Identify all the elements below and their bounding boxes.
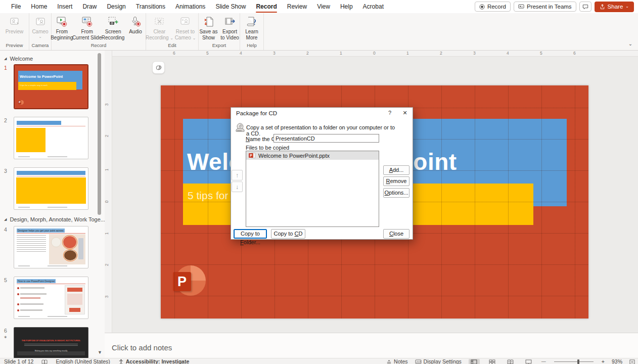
ribbon-group-label-help: Help [240,42,263,50]
slideshow-view-button[interactable] [523,359,534,364]
notes-placeholder[interactable]: Click to add notes [112,343,172,352]
cameo-icon: P [34,16,47,28]
screen-recording-button[interactable]: ScreenRecording [102,15,124,40]
dialog-help-button[interactable]: ? [382,108,397,118]
reset-cameo-dropdown-icon: ⌄ [193,36,196,40]
accessibility-status[interactable]: Accessibility: Investigate [118,358,189,364]
section-collapse-icon: ◢ [4,217,7,221]
section-header-design[interactable]: ◢ Design, Morph, Annotate, Work Toge... [4,216,105,222]
designer-copilot-button[interactable] [152,61,165,74]
ribbon-group-label-edit: Edit [146,42,198,50]
from-beginning-button[interactable]: FromBeginning [52,15,72,40]
ribbon-group-preview: Preview Preview [0,13,29,50]
save-as-show-button[interactable]: Save asShow [199,15,219,40]
file-list-item[interactable]: P Welcome to PowerPoint.pptx [246,151,379,160]
cameo-button[interactable]: P Cameo ⌄ [30,15,51,39]
move-up-button[interactable]: ↑ [232,170,243,180]
present-in-teams-button[interactable]: Present in Teams [514,2,576,12]
menu-file[interactable]: File [6,1,26,13]
display-settings-button[interactable]: Display Settings [415,358,462,364]
close-button[interactable]: Close [383,229,409,239]
menu-insert[interactable]: Insert [52,1,77,13]
menu-draw[interactable]: Draw [77,1,102,13]
slide-sorter-view-button[interactable] [487,359,498,364]
package-for-cd-dialog: Package for CD ? ✕ Copy a set of present… [231,107,413,240]
slide-5-number: 5 [4,277,7,283]
normal-view-button[interactable] [469,359,480,364]
from-current-slide-button[interactable]: FromCurrent Slide [73,15,101,40]
preview-button[interactable]: Preview [3,15,27,35]
cameo-dropdown-icon: ⌄ [38,35,42,39]
section-collapse-icon: ◢ [4,57,7,61]
notes-pane[interactable]: Click to add notes [105,333,638,358]
animation-star-icon: ✶ [4,335,8,340]
dialog-title: Package for CD [231,110,277,116]
share-icon [600,4,605,10]
collapse-ribbon-icon[interactable]: ⌄ [626,41,635,49]
move-down-button[interactable]: ↓ [232,181,243,192]
menu-review[interactable]: Review [282,1,312,13]
teams-screen-icon [518,4,524,10]
slide-4-thumbnail[interactable]: Designer helps you get your point across [14,226,88,268]
slide-5-thumbnail[interactable]: How to use PowerPoint Designer [14,277,88,319]
menu-help[interactable]: Help [335,1,358,13]
options-button[interactable]: Options... [383,188,409,198]
copy-to-cd-button[interactable]: Copy to CD [271,229,305,239]
section-header-welcome[interactable]: ◢ Welcome [4,56,33,62]
dialog-close-icon[interactable]: ✕ [397,108,413,118]
comments-button[interactable] [579,2,591,12]
menu-slide-show[interactable]: Slide Show [210,1,251,13]
powerpoint-logo[interactable]: P [175,265,206,296]
ribbon: Preview Preview P Cameo ⌄ Camera [0,13,638,51]
notes-toggle-button[interactable]: Notes [386,358,407,364]
copy-to-folder-button[interactable]: Copy to Folder... [234,229,267,239]
fit-to-window-button[interactable] [629,359,635,364]
slide-6-thumbnail[interactable]: THE PURPOSE OF VISUALIZATION, IS INSIGHT… [14,327,88,358]
zoom-slider[interactable] [554,361,594,362]
add-button[interactable]: Add... [383,165,409,175]
slide-2-number: 2 [4,117,7,123]
up-arrow-icon: ↑ [236,172,239,179]
slide-3-thumbnail[interactable] [14,167,88,210]
files-to-be-copied-label: Files to be copied [246,145,289,151]
menu-animations[interactable]: Animations [170,1,210,13]
cd-name-input[interactable] [274,134,379,143]
learn-more-button[interactable]: LearnMore [242,15,262,40]
clear-recording-icon [154,16,166,28]
zoom-out-button[interactable]: — [541,358,546,364]
menu-home[interactable]: Home [26,1,52,13]
copilot-icon [155,64,162,71]
language-selector[interactable]: English (United States) [56,358,110,364]
clear-recording-button[interactable]: ClearRecording ⌄ [147,15,172,40]
dialog-title-bar[interactable]: Package for CD ? ✕ [231,108,413,118]
ribbon-group-label-record: Record [52,42,146,50]
reading-view-button[interactable] [505,359,516,364]
ribbon-group-camera: P Cameo ⌄ Camera [29,13,52,50]
remove-button[interactable]: Remove [383,176,409,186]
menu-record-active[interactable]: Record [251,1,282,13]
scroll-down-icon[interactable]: ▼ [98,350,102,355]
slide-1-thumbnail[interactable]: Welcome to PowerPoint 5 tips for a simpl… [14,64,88,109]
zoom-level[interactable]: 93% [612,358,622,364]
menu-transitions[interactable]: Transitions [131,1,170,13]
pptx-file-icon: P [249,152,255,159]
menu-items: File Home Insert Draw Design Transitions… [0,1,389,13]
slide-2-thumbnail[interactable] [14,117,88,159]
ribbon-group-record: FromBeginning FromCurrent Slide ScreenRe… [52,13,146,50]
status-bar: Slide 1 of 12 English (United States) Ac… [0,358,638,364]
export-to-video-button[interactable]: Exportto Video [220,15,240,40]
menu-acrobat[interactable]: Acrobat [358,1,389,13]
screen-recording-icon [107,16,119,28]
audio-button[interactable]: Audio [125,15,146,35]
files-list[interactable]: P Welcome to PowerPoint.pptx [246,151,379,227]
zoom-in-button[interactable]: + [602,358,605,364]
zoom-slider-handle[interactable] [577,359,579,364]
share-button[interactable]: Share ⌄ [595,2,634,12]
powerpoint-window: File Home Insert Draw Design Transitions… [0,0,638,364]
menu-design[interactable]: Design [102,1,130,13]
spellcheck-button[interactable] [41,359,48,364]
reset-to-cameo-button[interactable]: Reset toCameo ⌄ [173,15,198,40]
record-button[interactable]: Record [475,2,511,12]
menu-view[interactable]: View [312,1,335,13]
sidebar-scrollbar[interactable] [98,53,101,215]
